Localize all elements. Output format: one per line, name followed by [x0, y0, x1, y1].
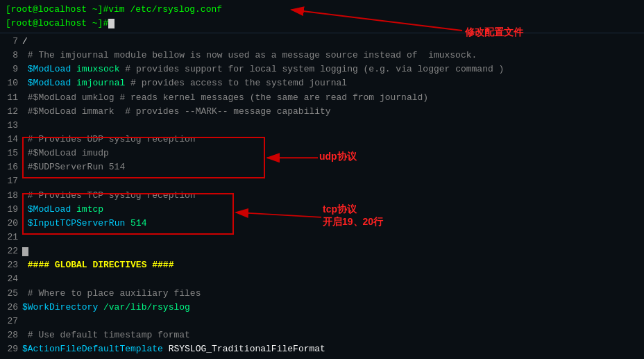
table-row: 15 #$ModLoad imudp	[0, 147, 644, 160]
code-content: $WorkDirectory /var/lib/rsyslog	[22, 301, 190, 315]
line-number: 12	[3, 105, 22, 119]
cmd-line-2: [root@localhost ~]#	[6, 17, 638, 31]
line-number: 29	[3, 342, 22, 356]
code-content: /	[22, 35, 28, 49]
prompt-2: [root@localhost ~]#	[6, 18, 108, 28]
table-row: 29$ActionFileDefaultTemplate RSYSLOG_Tra…	[0, 342, 644, 356]
code-content: # Provides UDP syslog reception	[22, 133, 196, 147]
code-content: # Provides TCP syslog reception	[22, 189, 196, 203]
table-row: 9 $ModLoad imuxsock # provides support f…	[0, 62, 644, 76]
table-row: 23 #### GLOBAL DIRECTIVES ####	[0, 258, 644, 272]
line-number: 25	[3, 287, 22, 301]
table-row: 14 # Provides UDP syslog reception	[0, 133, 644, 147]
line-number: 26	[3, 301, 22, 315]
line-number: 24	[3, 272, 22, 286]
table-row: 20 $InputTCPServerRun 514	[0, 217, 644, 231]
line-number: 30	[3, 356, 22, 359]
line-number: 28	[3, 328, 22, 342]
line-number: 17	[3, 174, 22, 188]
cursor	[108, 19, 115, 28]
line-number: 9	[3, 62, 22, 76]
code-content: $ActionFileDefaultTemplate RSYSLOG_Tradi…	[22, 342, 325, 356]
code-content: #$ModLoad umklog # reads kernel messages…	[22, 91, 428, 105]
line-number: 23	[3, 258, 22, 272]
line-number: 21	[3, 231, 22, 244]
line-number: 14	[3, 133, 22, 147]
prompt-1: [root@localhost ~]#	[6, 4, 108, 15]
table-row: 28 # Use default timestamp format	[0, 328, 644, 342]
terminal: [root@localhost ~]#vim /etc/rsyslog.conf…	[0, 0, 644, 359]
line-number: 8	[3, 49, 22, 62]
table-row: 7/	[0, 35, 644, 49]
line-number: 13	[3, 119, 22, 133]
table-row: 19 $ModLoad imtcp	[0, 203, 644, 217]
table-row: 18 # Provides TCP syslog reception	[0, 189, 644, 203]
line-number: 22	[3, 244, 22, 258]
cmd-line-1: [root@localhost ~]#vim /etc/rsyslog.conf	[6, 3, 638, 17]
code-content: $ModLoad imjournal # provides access to …	[22, 76, 347, 90]
table-row: 16 #$UDPServerRun 514	[0, 160, 644, 174]
table-row: 21	[0, 231, 644, 244]
table-row: 8 # The imjournal module bellow is now u…	[0, 49, 644, 62]
line-number: 7	[3, 35, 22, 49]
line-number: 11	[3, 91, 22, 105]
line-number: 10	[3, 76, 22, 90]
table-row: 12 #$ModLoad immark # provides --MARK-- …	[0, 105, 644, 119]
line-number: 20	[3, 217, 22, 231]
code-content	[22, 244, 28, 258]
table-row: 10 $ModLoad imjournal # provides access …	[0, 76, 644, 90]
code-content: $ModLoad imuxsock # provides support for…	[22, 62, 504, 76]
table-row: 17	[0, 174, 644, 188]
code-content: # The imjournal module bellow is now use…	[22, 49, 477, 62]
line-number: 15	[3, 147, 22, 160]
top-bar: [root@localhost ~]#vim /etc/rsyslog.conf…	[0, 0, 644, 33]
code-content: #$ModLoad imudp	[22, 147, 109, 160]
vim-command: vim /etc/rsyslog.conf	[108, 4, 222, 15]
table-row: 27	[0, 315, 644, 328]
code-content: #$UDPServerRun 514	[22, 160, 125, 174]
code-content: $InputTCPServerRun 514	[22, 217, 146, 231]
table-row: 22	[0, 244, 644, 258]
table-row: 11 #$ModLoad umklog # reads kernel messa…	[0, 91, 644, 105]
table-row: 25 # Where to place auxiliary files	[0, 287, 644, 301]
code-content: # Where to place auxiliary files	[22, 287, 201, 301]
table-row: 30	[0, 356, 644, 359]
table-row: 26$WorkDirectory /var/lib/rsyslog	[0, 301, 644, 315]
code-content: $ModLoad imtcp	[22, 203, 103, 217]
code-content: # Use default timestamp format	[22, 328, 190, 342]
code-area: 7/8 # The imjournal module bellow is now…	[0, 33, 644, 359]
code-content: #$ModLoad immark # provides --MARK-- mes…	[22, 105, 331, 119]
table-row: 24	[0, 272, 644, 286]
code-content: #### GLOBAL DIRECTIVES ####	[22, 258, 173, 272]
line-number: 27	[3, 315, 22, 328]
table-row: 13	[0, 119, 644, 133]
line-number: 19	[3, 203, 22, 217]
line-number: 16	[3, 160, 22, 174]
line-number: 18	[3, 189, 22, 203]
